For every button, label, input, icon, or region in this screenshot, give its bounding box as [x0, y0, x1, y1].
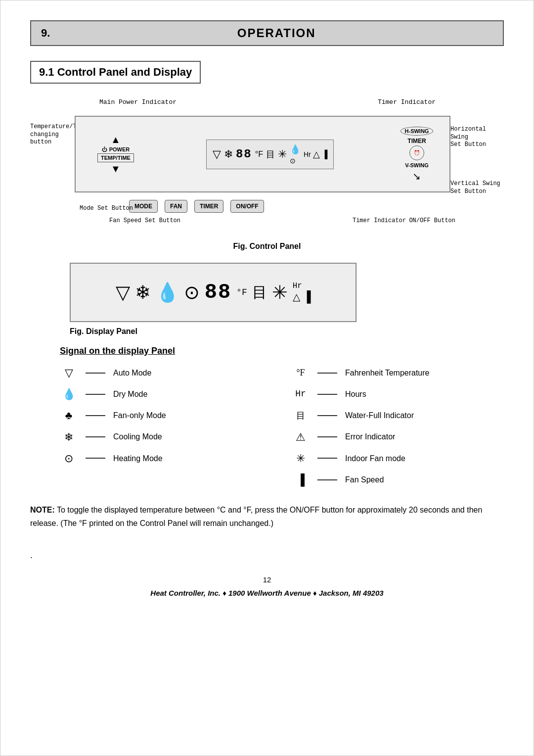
temp-time-display: TEMP/TIME: [97, 153, 134, 162]
signal-cooling: ❄ Cooling Mode: [60, 428, 272, 446]
dp-triangle-icon: △: [293, 291, 300, 303]
heating-icon: ⊙: [60, 450, 78, 467]
signal-hours: Hr Hours: [292, 385, 504, 403]
dp-sun-icon: ⊙: [184, 282, 200, 303]
display-water-full: 目: [266, 148, 275, 160]
dp-fan-speed-icon: ▐: [303, 290, 311, 303]
dp-water-full-icon: 目: [252, 283, 267, 303]
signal-line-11: [317, 479, 337, 480]
signal-fan-only: ♣ Fan-only Mode: [60, 407, 272, 424]
display-hr-fan: Hr △ ▐: [304, 149, 327, 160]
page-container: 9. OPERATION 9.1 Control Panel and Displ…: [0, 0, 534, 756]
dp-hr-label: Hr: [293, 282, 302, 290]
v-swing-arrow-icon: ↘: [412, 170, 421, 182]
signal-line-8: [317, 415, 337, 416]
onoff-button: ON/OFF: [230, 200, 264, 213]
dp-snowflake-icon: ❄: [135, 282, 151, 303]
section-number: 9.: [41, 27, 50, 40]
dry-mode-icon: 💧: [60, 385, 78, 403]
cooling-label: Cooling Mode: [113, 430, 162, 443]
indoor-fan-label: Indoor Fan mode: [345, 452, 405, 465]
signal-line-9: [317, 436, 337, 437]
timer-button: TIMER: [194, 200, 223, 213]
signal-line-1: [86, 373, 105, 374]
subsection-title: 9.1 Control Panel and Display: [39, 66, 192, 78]
power-label: ⏻ POWER: [102, 146, 130, 152]
cp-left-panel: ▲ ⏻ POWER TEMP/TIME ▼: [84, 134, 148, 175]
signal-fan-speed: ▐ Fan Speed: [292, 471, 504, 488]
display-snowflake-icon: ❄: [224, 148, 233, 161]
dp-segments: 88: [205, 281, 231, 304]
temp-timer-button-label: Temperature/Timerchanging button: [30, 123, 75, 146]
cp-right-panel: H-SWING TIMER ⏰ V-SWING ↘: [392, 127, 442, 182]
fan-button: FAN: [165, 200, 187, 213]
dot-element: .: [30, 550, 504, 561]
fan-only-label: Fan-only Mode: [113, 409, 166, 422]
fig-control-panel-caption: Fig. Control Panel: [30, 242, 504, 251]
timer-indicator-top-label: Timer Indicator: [378, 98, 436, 106]
timer-indicator-bottom-label: Timer Indicator: [353, 217, 406, 224]
hours-icon: Hr: [292, 387, 310, 401]
note-section: NOTE: To toggle the displayed temperatur…: [30, 503, 504, 530]
signal-line-5: [86, 458, 105, 459]
dp-indoor-fan-icon: ✳: [272, 282, 288, 303]
signal-water-full: 目 Water-Full Indicator: [292, 407, 504, 424]
dp-drop-icon: 💧: [156, 282, 179, 303]
onoff-button-label: ON/OFF Button: [409, 217, 455, 224]
dp-fahrenheit: °F: [236, 287, 247, 297]
h-swing-button: H-SWING: [400, 127, 434, 136]
signal-line-10: [317, 458, 337, 459]
display-indoor-fan: ✳: [278, 148, 287, 161]
signal-grid: ▽ Auto Mode °F Fahrenheit Temperature 💧 …: [60, 364, 504, 488]
fahrenheit-label: Fahrenheit Temperature: [345, 367, 429, 379]
signal-error: ⚠ Error Indicator: [292, 428, 504, 446]
fan-speed-icon: ▐: [292, 471, 310, 488]
timer-area: TIMER ⏰: [407, 138, 426, 160]
dry-mode-label: Dry Mode: [113, 388, 147, 401]
fig-display-panel-caption: Fig. Display Panel: [70, 327, 504, 336]
timer-circle: ⏰: [409, 145, 424, 160]
display-fahrenheit: °F: [255, 150, 263, 159]
section-header: 9. OPERATION: [30, 20, 504, 46]
signal-line-4: [86, 436, 105, 437]
signal-line-3: [86, 415, 105, 416]
error-icon: ⚠: [292, 428, 310, 446]
up-arrow-icon: ▲: [111, 134, 121, 145]
cooling-icon: ❄: [60, 428, 78, 446]
fan-only-icon: ♣: [60, 407, 78, 424]
control-panel-area: Main Power Indicator Timer Indicator Tem…: [30, 98, 505, 237]
display-auto-icon: ▽: [213, 148, 221, 161]
water-full-icon: 目: [292, 409, 310, 423]
section-title: OPERATION: [60, 26, 493, 40]
main-power-indicator-label: Main Power Indicator: [99, 98, 177, 106]
indoor-fan-icon: ✳: [292, 450, 310, 467]
dp-bottom-icons: △ ▐: [293, 290, 311, 303]
note-label: NOTE:: [30, 506, 55, 514]
auto-mode-label: Auto Mode: [113, 367, 151, 379]
dp-auto-icon: ▽: [116, 282, 130, 303]
display-drop-icon: 💧: [290, 144, 301, 155]
signal-auto-mode: ▽ Auto Mode: [60, 364, 272, 381]
cp-display-panel: ▽ ❄ 88 °F 目 ✳ 💧 ⊙ Hr △ ▐: [206, 140, 334, 169]
display-panel-diagram: ▽ ❄ 💧 ⊙ 88 °F 目 ✳ Hr △ ▐: [70, 263, 356, 322]
signal-fahrenheit: °F Fahrenheit Temperature: [292, 364, 504, 381]
auto-mode-icon: ▽: [60, 364, 78, 381]
signal-line-6: [317, 373, 337, 374]
horizontal-swing-label: Horizontal SwingSet Button: [450, 126, 505, 149]
cp-bottom-buttons: MODE FAN TIMER ON/OFF: [129, 200, 264, 213]
signal-heating: ⊙ Heating Mode: [60, 450, 272, 467]
signal-section-title: Signal on the display Panel: [60, 346, 504, 356]
signal-dry-mode: 💧 Dry Mode: [60, 385, 272, 403]
hours-label: Hours: [345, 388, 366, 401]
display-segments: 88: [236, 147, 252, 161]
fan-speed-label: Fan Speed: [345, 473, 384, 486]
water-full-label: Water-Full Indicator: [345, 409, 414, 422]
mode-button: MODE: [129, 200, 158, 213]
v-swing-button: V-SWING: [405, 162, 429, 168]
display-sun-icon: ⊙: [290, 157, 296, 165]
error-label: Error Indicator: [345, 430, 395, 443]
page-number: 12: [30, 575, 504, 584]
mode-set-button-label: Mode Set Button: [80, 205, 133, 212]
subsection-header: 9.1 Control Panel and Display: [30, 61, 201, 84]
heating-label: Heating Mode: [113, 452, 163, 465]
